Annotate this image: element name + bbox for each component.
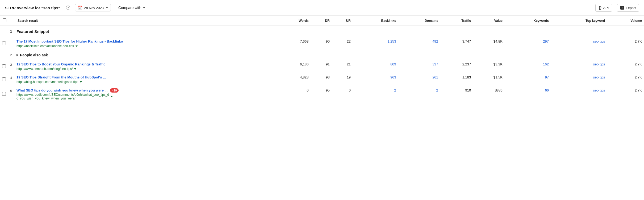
top-keyword-link[interactable]: seo tips — [593, 39, 605, 43]
domains-cell[interactable]: 492 — [398, 37, 440, 50]
backlinks-cell[interactable]: 963 — [353, 73, 398, 86]
compare-with-button[interactable]: Compare with — [116, 4, 148, 11]
row-num-2: 2 — [8, 50, 14, 60]
col-header-top-keyword: Top keyword — [551, 16, 607, 26]
result-title-link[interactable]: 12 SEO Tips to Boost Your Organic Rankin… — [16, 62, 275, 66]
calendar-icon: 📅 — [78, 6, 82, 10]
keywords-cell[interactable]: 97 — [505, 73, 551, 86]
url-dropdown-icon — [111, 96, 113, 97]
traffic-cell: 2,237 — [440, 60, 473, 73]
keywords-cell[interactable]: 162 — [505, 60, 551, 73]
top-keyword-cell: seo tips — [551, 37, 607, 50]
volume-cell: 2.7K — [607, 37, 644, 50]
volume-cell: 2.7K — [607, 60, 644, 73]
ur-cell: 22 — [332, 37, 353, 50]
serp-table: Search result Words DR UR Backlinks Doma… — [0, 16, 644, 102]
result-title-link[interactable]: 19 SEO Tips Straight From the Mouths of … — [16, 75, 275, 79]
featured-snippet-label: Featured Snippet — [14, 26, 644, 37]
badge-count: 429 — [110, 88, 119, 93]
col-header-ur: UR — [332, 16, 353, 26]
top-keyword-link[interactable]: seo tips — [593, 88, 605, 92]
traffic-cell: 910 — [440, 86, 473, 103]
value-cell: $1.5K — [473, 73, 505, 86]
table-header-row: Search result Words DR UR Backlinks Doma… — [0, 16, 644, 26]
result-url-link[interactable]: https://www.reddit.com/r/SEO/comments/q0… — [16, 93, 113, 100]
paa-text: People also ask — [20, 53, 48, 57]
words-cell: 4,828 — [277, 73, 311, 86]
col-header-value: Value — [473, 16, 505, 26]
value-cell: $4.8K — [473, 37, 505, 50]
export-button[interactable]: ⇓ Export — [617, 4, 639, 12]
row-checkbox-cell — [0, 60, 8, 73]
api-icon: {} — [599, 6, 602, 10]
result-cell-5: What SEO tips do you wish you knew when … — [14, 86, 277, 103]
page-title: SERP overview for "seo tips" — [5, 6, 60, 10]
compare-label: Compare with — [118, 6, 141, 10]
dr-cell: 91 — [311, 60, 332, 73]
help-icon[interactable]: ? — [66, 6, 70, 10]
words-cell: 6,186 — [277, 60, 311, 73]
col-header-volume: Volume — [607, 16, 644, 26]
row-checkbox[interactable] — [2, 92, 6, 96]
table-row: The 17 Most Important SEO Tips for Highe… — [0, 37, 644, 50]
result-title-link[interactable]: The 17 Most Important SEO Tips for Highe… — [16, 39, 275, 43]
result-url-link[interactable]: https://www.semrush.com/blog/seo-tips/ — [16, 67, 76, 71]
export-icon: ⇓ — [620, 6, 624, 10]
backlinks-cell[interactable]: 1,253 — [353, 37, 398, 50]
featured-snippet-header-row: 1 Featured Snippet — [0, 26, 644, 37]
paa-checkbox-cell — [0, 50, 8, 60]
select-all-checkbox[interactable] — [3, 18, 6, 22]
top-keyword-link[interactable]: seo tips — [593, 62, 605, 66]
backlinks-cell[interactable]: 809 — [353, 60, 398, 73]
result-cell-3: 12 SEO Tips to Boost Your Organic Rankin… — [14, 60, 277, 73]
row-checkbox[interactable] — [2, 77, 6, 81]
row-checkbox-cell — [0, 73, 8, 86]
keywords-cell[interactable]: 297 — [505, 37, 551, 50]
col-header-keywords: Keywords — [505, 16, 551, 26]
top-keyword-link[interactable]: seo tips — [593, 75, 605, 79]
col-header-backlinks: Backlinks — [353, 16, 398, 26]
date-label: 28 Nov 2023 — [84, 6, 104, 10]
row-num-4: 4 — [8, 73, 14, 86]
col-header-search-result: Search result — [8, 16, 277, 26]
table-row: 5 What SEO tips do you wish you knew whe… — [0, 86, 644, 103]
row-num-3: 3 — [8, 60, 14, 73]
export-label: Export — [626, 6, 636, 10]
chevron-down-icon — [106, 7, 108, 9]
traffic-cell: 1,183 — [440, 73, 473, 86]
api-button[interactable]: {} API — [595, 4, 612, 12]
ur-cell: 19 — [332, 73, 353, 86]
keywords-cell[interactable]: 66 — [505, 86, 551, 103]
result-title-link[interactable]: What SEO tips do you wish you knew when … — [16, 88, 108, 92]
dr-cell: 93 — [311, 73, 332, 86]
volume-cell: 2.7K — [607, 86, 644, 103]
table-row: 3 12 SEO Tips to Boost Your Organic Rank… — [0, 60, 644, 73]
page-header: SERP overview for "seo tips" ? 📅 28 Nov … — [0, 0, 644, 16]
empty-checkbox-cell — [0, 26, 8, 37]
result-title-text: What SEO tips do you wish you knew when … — [16, 88, 107, 92]
domains-cell[interactable]: 337 — [398, 60, 440, 73]
col-header-dr: DR — [311, 16, 332, 26]
top-keyword-cell: seo tips — [551, 60, 607, 73]
result-url-text: https://backlinko.com/actionable-seo-tip… — [16, 44, 74, 48]
col-header-words: Words — [277, 16, 311, 26]
ur-cell: 21 — [332, 60, 353, 73]
domains-cell[interactable]: 261 — [398, 73, 440, 86]
backlinks-cell[interactable]: 2 — [353, 86, 398, 103]
value-cell: $3.3K — [473, 60, 505, 73]
row-checkbox-cell — [0, 86, 8, 103]
row-checkbox[interactable] — [2, 64, 6, 68]
date-picker-button[interactable]: 📅 28 Nov 2023 — [75, 4, 111, 11]
words-cell: 0 — [277, 86, 311, 103]
domains-cell[interactable]: 2 — [398, 86, 440, 103]
result-url-link[interactable]: https://backlinko.com/actionable-seo-tip… — [16, 44, 78, 48]
top-keyword-cell: seo tips — [551, 73, 607, 86]
table-row: 4 19 SEO Tips Straight From the Mouths o… — [0, 73, 644, 86]
triangle-right-icon[interactable] — [16, 54, 18, 56]
traffic-cell: 3,747 — [440, 37, 473, 50]
top-keyword-cell: seo tips — [551, 86, 607, 103]
row-checkbox-cell — [0, 37, 8, 50]
dr-cell: 90 — [311, 37, 332, 50]
row-checkbox[interactable] — [2, 41, 6, 45]
result-url-link[interactable]: https://blog.hubspot.com/marketing/seo-t… — [16, 80, 82, 84]
